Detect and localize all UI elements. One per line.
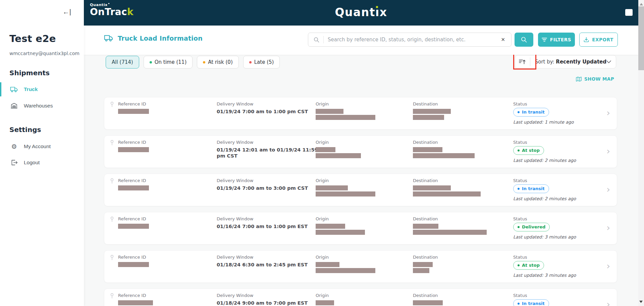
redacted-destination-value <box>413 230 487 235</box>
delivery-window-value: 01/18/24 6:30 am to 2:45 pm EST <box>217 262 319 268</box>
download-icon <box>584 37 589 42</box>
sidebar-item-warehouses[interactable]: Warehouses <box>0 98 84 114</box>
status-dot-icon <box>203 61 205 63</box>
filter-icon <box>542 38 547 42</box>
chevron-right-icon[interactable]: › <box>606 223 610 232</box>
scroll-down-arrow-icon[interactable] <box>639 301 643 305</box>
chevron-right-icon[interactable]: › <box>606 108 610 117</box>
search-icon <box>521 37 527 43</box>
sort-direction-button[interactable] <box>515 55 530 68</box>
column-label-origin: Origin <box>316 101 375 106</box>
column-label-delivery: Delivery Window <box>217 216 319 221</box>
scroll-up-arrow-icon[interactable] <box>640 1 643 5</box>
search-input[interactable] <box>328 37 500 43</box>
status-dot-icon <box>518 264 520 266</box>
column-label-status: Status <box>513 255 576 260</box>
warehouse-icon <box>10 102 18 109</box>
show-map-label: SHOW MAP <box>584 76 614 82</box>
status-column: Status In transit Last updated: 1 minute… <box>513 101 574 125</box>
shipment-card[interactable]: Reference ID Delivery Window 01/19/24 7:… <box>104 174 617 206</box>
clear-search-icon[interactable]: ✕ <box>500 36 506 43</box>
chevron-right-icon[interactable]: › <box>606 185 610 194</box>
sort-divider <box>530 57 530 66</box>
shipment-card[interactable]: Reference ID Delivery Window 01/18/24 9:… <box>104 289 617 306</box>
filters-button[interactable]: FILTERS <box>538 33 575 47</box>
shipment-card[interactable]: Reference ID Delivery Window 01/18/24 6:… <box>104 250 617 283</box>
sidebar-item-label: My Account <box>24 143 51 149</box>
origin-column: Origin <box>316 216 365 235</box>
sidebar-item-truck[interactable]: Truck <box>0 82 84 97</box>
vertical-scrollbar[interactable] <box>638 0 644 306</box>
app-header: Quantix OnTrack Quantıx <box>84 0 638 26</box>
chevron-right-icon[interactable]: › <box>606 146 610 156</box>
column-label-reference: Reference ID <box>118 255 149 260</box>
status-dot-icon <box>518 149 520 151</box>
search-box: ✕ <box>308 33 512 47</box>
reference-column: Reference ID <box>118 293 153 305</box>
filter-tab-on-time[interactable]: On time (11) <box>144 56 193 69</box>
redacted-reference-value <box>118 109 149 114</box>
origin-column: Origin Vitners Bakery Armitage's Count <box>316 293 384 306</box>
redacted-origin-value <box>316 147 335 152</box>
origin-column: Origin <box>316 140 361 158</box>
redacted-destination-value <box>413 262 433 267</box>
column-label-delivery: Delivery Window <box>217 140 319 145</box>
redacted-reference-value <box>118 300 153 305</box>
column-label-status: Status <box>513 216 576 221</box>
show-map-button[interactable]: SHOW MAP <box>576 76 614 82</box>
shipment-card[interactable]: Reference ID Delivery Window 01/19/24 12… <box>104 135 617 168</box>
delivery-window-value: 01/18/24 9:00 am to 7:00 pm EST <box>217 300 319 306</box>
user-name: Test e2e <box>9 33 56 44</box>
sort-value: Recently Updated <box>556 59 606 65</box>
sort-ascending-icon <box>519 59 526 64</box>
status-badge: Delivered <box>513 223 550 231</box>
main-content: All (714)On time (11)At risk (0)Late (5)… <box>84 55 638 306</box>
status-badge: At stop <box>513 146 544 155</box>
status-badge-label: In transit <box>522 186 545 191</box>
status-dot-icon <box>518 188 520 190</box>
sidebar-collapse-icon[interactable]: ←| <box>63 8 71 16</box>
column-label-status: Status <box>513 178 576 183</box>
destination-column: Destination <box>413 255 438 273</box>
pin-icon <box>110 255 114 260</box>
filter-tab-label: On time (11) <box>155 59 187 65</box>
status-column: Status In transit <box>513 293 549 306</box>
column-label-status: Status <box>513 293 549 298</box>
header-white-square[interactable] <box>625 9 633 16</box>
origin-column: Origin <box>316 178 375 196</box>
redacted-reference-value <box>118 262 149 267</box>
sidebar-item-label: Logout <box>24 160 40 166</box>
filter-tab-late[interactable]: Late (5) <box>243 56 280 69</box>
redacted-reference-value <box>118 185 149 190</box>
column-label-destination: Destination <box>413 255 438 260</box>
filter-tab-at-risk[interactable]: At risk (0) <box>197 56 239 69</box>
origin-column: Origin <box>316 101 375 120</box>
column-label-destination: Destination <box>413 216 487 221</box>
last-updated-text: Last updated: 2 minutes ago <box>513 196 576 201</box>
search-divider <box>323 36 324 43</box>
chevron-right-icon[interactable]: › <box>606 300 610 306</box>
scrollbar-thumb[interactable] <box>638 6 644 70</box>
chevron-right-icon[interactable]: › <box>606 261 610 270</box>
redacted-origin-value <box>316 262 339 267</box>
destination-column: Destination <box>413 178 481 196</box>
filter-tab-all[interactable]: All (714) <box>106 56 139 69</box>
column-label-reference: Reference ID <box>118 101 149 106</box>
redacted-origin-value <box>316 230 365 235</box>
export-button-label: EXPORT <box>592 37 613 42</box>
shipment-card[interactable]: Reference ID Delivery Window 01/16/24 7:… <box>104 212 617 245</box>
pin-icon <box>110 217 114 222</box>
status-badge-label: At stop <box>522 148 540 153</box>
section-title-shipments: Shipments <box>9 69 50 77</box>
sidebar-item-logout[interactable]: Logout <box>0 155 84 170</box>
sidebar-item-label: Truck <box>24 86 38 92</box>
chevron-down-icon[interactable] <box>606 60 611 63</box>
export-button[interactable]: EXPORT <box>579 33 618 47</box>
sidebar-item-my-account[interactable]: ⚙ My Account <box>0 139 84 154</box>
last-updated-text: Last updated: 3 minutes ago <box>513 234 576 239</box>
status-badge-label: In transit <box>522 301 545 306</box>
status-dot-icon <box>518 303 520 305</box>
shipment-card[interactable]: Reference ID Delivery Window 01/19/24 7:… <box>104 97 617 130</box>
redacted-origin-value <box>316 153 361 158</box>
search-button[interactable] <box>515 33 533 47</box>
